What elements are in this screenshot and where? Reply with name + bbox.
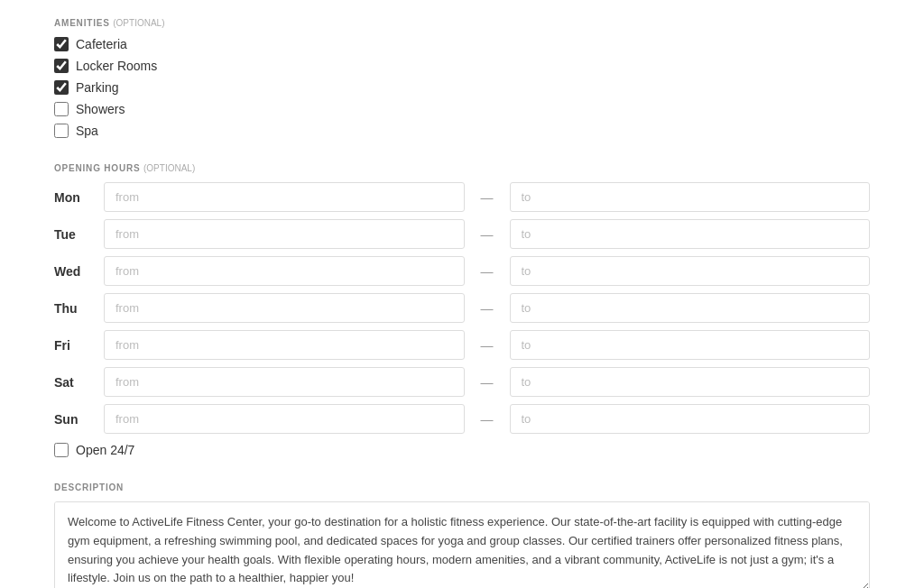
dash-thu: —: [474, 301, 501, 316]
hours-row-thu: Thu —: [54, 293, 870, 323]
dash-fri: —: [474, 338, 501, 353]
dash-tue: —: [474, 227, 501, 242]
hours-from-mon[interactable]: [104, 182, 465, 212]
hours-from-fri[interactable]: [104, 330, 465, 360]
hours-row-fri: Fri —: [54, 330, 870, 360]
amenity-spa-label: Spa: [76, 124, 98, 138]
amenities-section: AMENITIES (OPTIONAL) Cafeteria Locker Ro…: [54, 18, 870, 138]
dash-sat: —: [474, 375, 501, 390]
hours-row-mon: Mon —: [54, 182, 870, 212]
amenity-cafeteria-checkbox[interactable]: [54, 37, 69, 51]
hours-row-wed: Wed —: [54, 256, 870, 286]
dash-mon: —: [474, 190, 501, 205]
amenity-showers-label: Showers: [76, 102, 125, 116]
opening-hours-section: OPENING HOURS (OPTIONAL) Mon — Tue — Wed…: [54, 163, 870, 457]
hours-row-tue: Tue —: [54, 219, 870, 249]
amenity-cafeteria-label: Cafeteria: [76, 37, 127, 51]
amenity-locker-rooms-label: Locker Rooms: [76, 59, 157, 73]
open-247-label: Open 24/7: [76, 443, 134, 457]
day-label-thu: Thu: [54, 301, 95, 316]
amenity-showers[interactable]: Showers: [54, 102, 870, 116]
hours-from-tue[interactable]: [104, 219, 465, 249]
hours-to-fri[interactable]: [510, 330, 871, 360]
hours-to-thu[interactable]: [510, 293, 871, 323]
hours-row-sun: Sun —: [54, 404, 870, 434]
hours-from-thu[interactable]: [104, 293, 465, 323]
amenity-spa-checkbox[interactable]: [54, 124, 69, 138]
hours-to-mon[interactable]: [510, 182, 871, 212]
day-label-wed: Wed: [54, 264, 95, 279]
open-247-checkbox[interactable]: [54, 443, 69, 457]
day-label-mon: Mon: [54, 190, 95, 205]
amenity-showers-checkbox[interactable]: [54, 102, 69, 116]
amenity-locker-rooms[interactable]: Locker Rooms: [54, 59, 870, 73]
amenity-parking-checkbox[interactable]: [54, 80, 69, 95]
amenity-cafeteria[interactable]: Cafeteria: [54, 37, 870, 51]
amenity-parking[interactable]: Parking: [54, 80, 870, 95]
amenity-parking-label: Parking: [76, 80, 118, 95]
hours-to-sat[interactable]: [510, 367, 871, 397]
hours-from-sat[interactable]: [104, 367, 465, 397]
amenity-locker-rooms-checkbox[interactable]: [54, 59, 69, 73]
description-label: DESCRIPTION: [54, 482, 870, 492]
day-label-tue: Tue: [54, 227, 95, 242]
description-textarea[interactable]: Welcome to ActiveLife Fitness Center, yo…: [54, 501, 870, 588]
description-section: DESCRIPTION Welcome to ActiveLife Fitnes…: [54, 482, 870, 588]
day-label-sat: Sat: [54, 375, 95, 390]
day-label-fri: Fri: [54, 338, 95, 353]
open-247-row[interactable]: Open 24/7: [54, 443, 870, 457]
hours-from-sun[interactable]: [104, 404, 465, 434]
amenity-spa[interactable]: Spa: [54, 124, 870, 138]
opening-hours-label: OPENING HOURS (OPTIONAL): [54, 163, 870, 173]
dash-wed: —: [474, 264, 501, 279]
hours-from-wed[interactable]: [104, 256, 465, 286]
dash-sun: —: [474, 412, 501, 427]
day-label-sun: Sun: [54, 412, 95, 427]
hours-to-tue[interactable]: [510, 219, 871, 249]
amenities-label: AMENITIES (OPTIONAL): [54, 18, 870, 28]
hours-to-wed[interactable]: [510, 256, 871, 286]
hours-row-sat: Sat —: [54, 367, 870, 397]
hours-to-sun[interactable]: [510, 404, 871, 434]
